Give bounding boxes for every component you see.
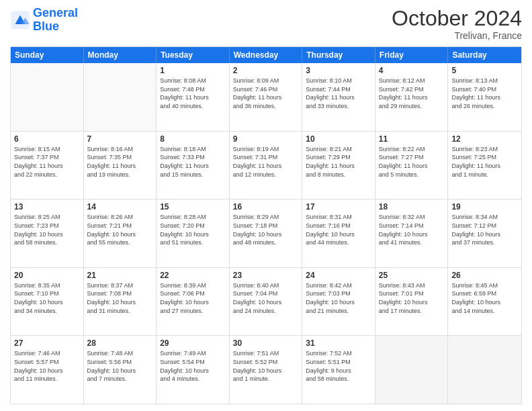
day-number: 16 <box>233 202 299 212</box>
cell-details: Sunrise: 8:25 AMSunset: 7:23 PMDaylight:… <box>14 213 80 246</box>
day-number: 25 <box>379 271 445 280</box>
day-number: 5 <box>451 66 518 75</box>
cell-details: Sunrise: 8:42 AMSunset: 7:03 PMDaylight:… <box>306 281 371 315</box>
calendar-cell: 15Sunrise: 8:28 AMSunset: 7:20 PMDayligh… <box>157 199 230 267</box>
calendar-cell: 8Sunrise: 8:18 AMSunset: 7:33 PMDaylight… <box>157 132 230 199</box>
day-number: 21 <box>87 271 153 280</box>
day-number: 20 <box>14 271 80 280</box>
cell-details: Sunrise: 8:37 AMSunset: 7:08 PMDaylight:… <box>87 281 153 315</box>
header: General Blue October 2024 Trelivan, Fran… <box>10 7 522 41</box>
day-number: 27 <box>14 338 80 348</box>
day-number: 31 <box>306 338 371 348</box>
cell-details: Sunrise: 8:29 AMSunset: 7:18 PMDaylight:… <box>233 213 299 246</box>
day-number: 26 <box>451 271 518 280</box>
cell-details: Sunrise: 7:51 AMSunset: 5:52 PMDaylight:… <box>233 349 299 383</box>
calendar-cell: 24Sunrise: 8:42 AMSunset: 7:03 PMDayligh… <box>302 268 375 336</box>
cell-details: Sunrise: 8:39 AMSunset: 7:06 PMDaylight:… <box>160 281 226 315</box>
calendar-cell <box>375 336 449 404</box>
day-number: 6 <box>14 134 80 144</box>
cell-details: Sunrise: 8:08 AMSunset: 7:48 PMDaylight:… <box>160 77 226 110</box>
calendar-row: 13Sunrise: 8:25 AMSunset: 7:23 PMDayligh… <box>11 199 521 267</box>
cell-details: Sunrise: 8:31 AMSunset: 7:16 PMDaylight:… <box>306 213 371 246</box>
cell-details: Sunrise: 8:22 AMSunset: 7:27 PMDaylight:… <box>379 145 445 179</box>
day-number: 17 <box>306 202 371 212</box>
day-number: 22 <box>160 271 226 280</box>
calendar-cell: 1Sunrise: 8:08 AMSunset: 7:48 PMDaylight… <box>157 63 230 131</box>
cell-details: Sunrise: 7:48 AMSunset: 5:56 PMDaylight:… <box>87 349 153 383</box>
calendar-cell: 3Sunrise: 8:10 AMSunset: 7:44 PMDaylight… <box>302 63 375 131</box>
calendar-cell: 28Sunrise: 7:48 AMSunset: 5:56 PMDayligh… <box>84 336 157 404</box>
cell-details: Sunrise: 8:10 AMSunset: 7:44 PMDaylight:… <box>306 77 371 110</box>
calendar-cell: 23Sunrise: 8:40 AMSunset: 7:04 PMDayligh… <box>230 268 303 336</box>
calendar-row: 1Sunrise: 8:08 AMSunset: 7:48 PMDaylight… <box>11 63 521 131</box>
calendar-cell: 9Sunrise: 8:19 AMSunset: 7:31 PMDaylight… <box>230 132 303 199</box>
logo-icon <box>10 10 30 30</box>
calendar-cell: 7Sunrise: 8:16 AMSunset: 7:35 PMDaylight… <box>84 132 157 199</box>
calendar-cell: 22Sunrise: 8:39 AMSunset: 7:06 PMDayligh… <box>157 268 230 336</box>
cell-details: Sunrise: 8:16 AMSunset: 7:35 PMDaylight:… <box>87 145 153 179</box>
day-number: 24 <box>306 271 371 280</box>
logo-text: General Blue <box>33 7 78 34</box>
day-number: 28 <box>87 338 153 348</box>
calendar-row: 6Sunrise: 8:15 AMSunset: 7:37 PMDaylight… <box>11 131 521 199</box>
day-number: 15 <box>160 202 226 212</box>
header-day-saturday: Saturday <box>448 47 521 63</box>
cell-details: Sunrise: 8:26 AMSunset: 7:21 PMDaylight:… <box>87 213 153 246</box>
header-day-monday: Monday <box>84 47 157 63</box>
cell-details: Sunrise: 8:28 AMSunset: 7:20 PMDaylight:… <box>160 213 226 246</box>
cell-details: Sunrise: 8:23 AMSunset: 7:25 PMDaylight:… <box>451 145 518 179</box>
day-number: 12 <box>451 134 518 144</box>
calendar-cell: 14Sunrise: 8:26 AMSunset: 7:21 PMDayligh… <box>84 199 157 267</box>
calendar-cell <box>448 336 521 404</box>
calendar-cell: 17Sunrise: 8:31 AMSunset: 7:16 PMDayligh… <box>302 199 375 267</box>
calendar-cell: 4Sunrise: 8:12 AMSunset: 7:42 PMDaylight… <box>375 63 449 131</box>
calendar-row: 20Sunrise: 8:35 AMSunset: 7:10 PMDayligh… <box>11 267 521 336</box>
day-number: 3 <box>306 66 371 75</box>
day-number: 23 <box>233 271 299 280</box>
calendar: SundayMondayTuesdayWednesdayThursdayFrid… <box>10 46 522 404</box>
cell-details: Sunrise: 8:12 AMSunset: 7:42 PMDaylight:… <box>379 77 445 110</box>
cell-details: Sunrise: 7:46 AMSunset: 5:57 PMDaylight:… <box>14 349 80 383</box>
day-number: 18 <box>379 202 445 212</box>
cell-details: Sunrise: 8:21 AMSunset: 7:29 PMDaylight:… <box>306 145 371 179</box>
calendar-cell: 27Sunrise: 7:46 AMSunset: 5:57 PMDayligh… <box>11 336 84 404</box>
calendar-header: SundayMondayTuesdayWednesdayThursdayFrid… <box>11 47 521 63</box>
header-day-friday: Friday <box>375 47 449 63</box>
calendar-cell: 5Sunrise: 8:13 AMSunset: 7:40 PMDaylight… <box>448 63 521 131</box>
cell-details: Sunrise: 7:52 AMSunset: 5:51 PMDaylight:… <box>306 349 371 383</box>
cell-details: Sunrise: 8:45 AMSunset: 6:59 PMDaylight:… <box>451 281 518 315</box>
calendar-cell: 12Sunrise: 8:23 AMSunset: 7:25 PMDayligh… <box>448 132 521 199</box>
cell-details: Sunrise: 8:34 AMSunset: 7:12 PMDaylight:… <box>451 213 518 246</box>
logo: General Blue <box>10 7 78 34</box>
calendar-cell: 30Sunrise: 7:51 AMSunset: 5:52 PMDayligh… <box>230 336 303 404</box>
day-number: 2 <box>233 66 299 75</box>
cell-details: Sunrise: 8:13 AMSunset: 7:40 PMDaylight:… <box>451 77 518 110</box>
calendar-cell: 20Sunrise: 8:35 AMSunset: 7:10 PMDayligh… <box>11 268 84 336</box>
cell-details: Sunrise: 8:09 AMSunset: 7:46 PMDaylight:… <box>233 77 299 110</box>
calendar-cell: 2Sunrise: 8:09 AMSunset: 7:46 PMDaylight… <box>230 63 303 131</box>
cell-details: Sunrise: 8:40 AMSunset: 7:04 PMDaylight:… <box>233 281 299 315</box>
calendar-cell <box>84 63 157 131</box>
location-subtitle: Trelivan, France <box>392 30 522 41</box>
month-title: October 2024 <box>392 7 522 30</box>
logo-line2: Blue <box>33 19 59 33</box>
cell-details: Sunrise: 8:32 AMSunset: 7:14 PMDaylight:… <box>379 213 445 246</box>
logo-line1: General <box>33 6 78 19</box>
day-number: 10 <box>306 134 371 144</box>
day-number: 8 <box>160 134 226 144</box>
day-number: 30 <box>233 338 299 348</box>
day-number: 9 <box>233 134 299 144</box>
cell-details: Sunrise: 8:18 AMSunset: 7:33 PMDaylight:… <box>160 145 226 179</box>
day-number: 13 <box>14 202 80 212</box>
calendar-cell: 11Sunrise: 8:22 AMSunset: 7:27 PMDayligh… <box>375 132 449 199</box>
calendar-body: 1Sunrise: 8:08 AMSunset: 7:48 PMDaylight… <box>11 63 521 404</box>
cell-details: Sunrise: 7:49 AMSunset: 5:54 PMDaylight:… <box>160 349 226 383</box>
calendar-cell: 13Sunrise: 8:25 AMSunset: 7:23 PMDayligh… <box>11 199 84 267</box>
cell-details: Sunrise: 8:43 AMSunset: 7:01 PMDaylight:… <box>379 281 445 315</box>
header-day-sunday: Sunday <box>11 47 84 63</box>
calendar-cell: 29Sunrise: 7:49 AMSunset: 5:54 PMDayligh… <box>157 336 230 404</box>
day-number: 1 <box>160 66 226 75</box>
calendar-cell: 19Sunrise: 8:34 AMSunset: 7:12 PMDayligh… <box>448 199 521 267</box>
calendar-cell: 21Sunrise: 8:37 AMSunset: 7:08 PMDayligh… <box>84 268 157 336</box>
day-number: 29 <box>160 338 226 348</box>
